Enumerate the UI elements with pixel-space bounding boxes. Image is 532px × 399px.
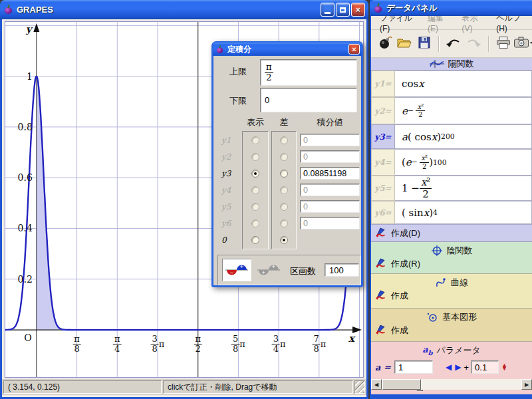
- function-row-y5[interactable]: y5=1 − x²2: [371, 176, 532, 201]
- diff-radio-y6[interactable]: [280, 219, 288, 227]
- plus-label: +: [464, 362, 469, 372]
- function-row-y1[interactable]: y1=cos x: [371, 70, 532, 97]
- function-formula[interactable]: 1 − x²2: [395, 176, 532, 201]
- integral-row-label-y1: y1: [221, 136, 231, 145]
- minimize-button[interactable]: [321, 3, 334, 17]
- integral-row-label-0: 0: [221, 235, 227, 245]
- parameter-section-header[interactable]: ab パラメータ: [371, 342, 532, 356]
- toolbar-redo-button: [465, 35, 482, 53]
- function-formula[interactable]: ( e− x²2 )100: [395, 149, 532, 176]
- diff-radio-y1[interactable]: [280, 136, 288, 144]
- integral-value-y4: 0: [300, 184, 360, 196]
- implicit-section-header[interactable]: 陰関数: [371, 242, 532, 257]
- lower-limit-input[interactable]: 0: [260, 88, 357, 112]
- signed-area-mode-button[interactable]: − +: [222, 259, 251, 281]
- function-row-label[interactable]: y1=: [371, 70, 395, 97]
- parameter-step-input[interactable]: 0.1: [471, 360, 499, 374]
- create-implicit-button[interactable]: 作成(R): [371, 257, 532, 271]
- function-row-label[interactable]: y2=: [371, 97, 395, 124]
- explicit-function-section-header[interactable]: 陽関数: [371, 58, 532, 70]
- basic-shapes-section-header[interactable]: 基本図形: [371, 309, 532, 323]
- display-radio-y4[interactable]: [251, 186, 259, 194]
- toolbar-save-button[interactable]: [416, 35, 432, 53]
- column-value-header: 積分値: [317, 116, 343, 128]
- svg-text:x: x: [348, 332, 356, 344]
- integral-table: 表示 差 積分値 y10y20y30.08851198y40y50y600: [217, 116, 361, 251]
- display-radio-y1[interactable]: [251, 136, 259, 144]
- toolbar-print-button[interactable]: [495, 35, 512, 53]
- divisions-input[interactable]: 100: [325, 263, 359, 277]
- parameter-value-input[interactable]: 1: [394, 360, 433, 374]
- divisions-label: 区画数: [290, 265, 316, 277]
- display-radio-y6[interactable]: [251, 219, 259, 227]
- data-panel-titlebar[interactable]: データパネル: [370, 0, 532, 16]
- diff-radio-0[interactable]: [280, 236, 288, 244]
- toolbar-separator: [438, 36, 439, 52]
- data-panel-app-icon: [373, 3, 383, 13]
- scroll-left-arrow-icon[interactable]: ◀: [371, 379, 382, 390]
- menu-表示[interactable]: 表示(V): [456, 16, 491, 35]
- diff-radio-y3[interactable]: [280, 170, 288, 178]
- display-radio-y2[interactable]: [251, 153, 259, 161]
- diff-radio-y5[interactable]: [280, 203, 288, 211]
- menu-ヘルプ[interactable]: ヘルプ(H): [490, 16, 532, 35]
- scroll-right-arrow-icon[interactable]: ▶: [521, 379, 532, 390]
- undo-arrow-icon: [446, 36, 462, 52]
- svg-text:0.2: 0.2: [18, 274, 33, 285]
- dialog-title: 定積分: [227, 44, 251, 55]
- display-radio-y3[interactable]: [251, 170, 259, 178]
- absolute-area-mode-button[interactable]: + +: [257, 263, 281, 279]
- toolbar-new-button[interactable]: [376, 35, 393, 53]
- function-row-label[interactable]: y5=: [371, 176, 395, 201]
- function-row-y3[interactable]: y3=a( cos x )200: [371, 124, 532, 149]
- function-formula[interactable]: a( cos x )200: [395, 124, 532, 149]
- plain-area-wave-icon: + +: [257, 263, 281, 277]
- menu-ファイル[interactable]: ファイル(F): [374, 16, 422, 35]
- maximize-button[interactable]: [336, 3, 350, 17]
- function-row-label[interactable]: y6=: [371, 201, 395, 224]
- display-radio-y5[interactable]: [251, 203, 259, 211]
- redo-arrow-icon: [466, 36, 481, 52]
- create-explicit-button[interactable]: 作成(D): [371, 224, 532, 242]
- pen-icon: [375, 258, 387, 270]
- function-formula[interactable]: e− x²2: [395, 97, 532, 124]
- function-formula[interactable]: cos x: [395, 70, 532, 97]
- horizontal-scrollbar[interactable]: ◀ ▶: [371, 379, 532, 390]
- dialog-close-button[interactable]: ×: [348, 44, 360, 55]
- resize-grip-icon[interactable]: [354, 380, 365, 394]
- menu-編集[interactable]: 編集(E): [422, 16, 456, 35]
- toolbar-open-button[interactable]: [396, 35, 413, 53]
- function-row-label[interactable]: y4=: [371, 149, 395, 176]
- toolbar-undo-button[interactable]: [445, 35, 462, 53]
- increase-arrow-icon[interactable]: ▶: [454, 363, 462, 371]
- step-spinner[interactable]: ▲▼: [501, 364, 507, 370]
- parameter-name-label: a =: [374, 362, 392, 372]
- diff-radio-y2[interactable]: [280, 153, 288, 161]
- toolbar-separator: [488, 36, 489, 52]
- integral-value-y6: 0: [300, 217, 360, 229]
- toolbar-capture-button[interactable]: [515, 35, 532, 53]
- create-basic-shape-button[interactable]: 作成: [371, 323, 532, 338]
- dialog-titlebar[interactable]: 定積分 ×: [213, 43, 362, 56]
- diff-radio-y4[interactable]: [280, 186, 288, 194]
- folder-open-icon: [396, 36, 412, 52]
- close-button[interactable]: ×: [351, 3, 365, 17]
- function-row-y2[interactable]: y2=e− x²2: [371, 97, 532, 124]
- function-row-y4[interactable]: y4=( e− x²2 )100: [371, 149, 532, 176]
- svg-text:0.6: 0.6: [18, 172, 33, 183]
- function-formula[interactable]: ( sin x )4: [395, 201, 532, 224]
- cursor-coordinates: ( 3.154, 0.125): [3, 380, 162, 394]
- integral-row-label-y5: y5: [221, 202, 231, 211]
- create-curve-button[interactable]: 作成: [371, 289, 532, 303]
- decrease-arrow-icon[interactable]: ◀: [445, 363, 452, 371]
- bomb-icon: [378, 35, 392, 53]
- function-row-y6[interactable]: y6=( sin x )4: [371, 201, 532, 224]
- svg-text:0.8: 0.8: [18, 122, 33, 132]
- scrollbar-thumb[interactable]: [382, 379, 421, 390]
- upper-limit-input[interactable]: π2: [260, 59, 357, 86]
- curve-section-header[interactable]: 曲線: [371, 274, 532, 289]
- basic-shapes-section: 基本図形 作成: [371, 309, 532, 342]
- display-radio-0[interactable]: [251, 236, 259, 244]
- function-row-label[interactable]: y3=: [371, 124, 395, 149]
- grapes-titlebar[interactable]: GRAPES ×: [0, 0, 368, 19]
